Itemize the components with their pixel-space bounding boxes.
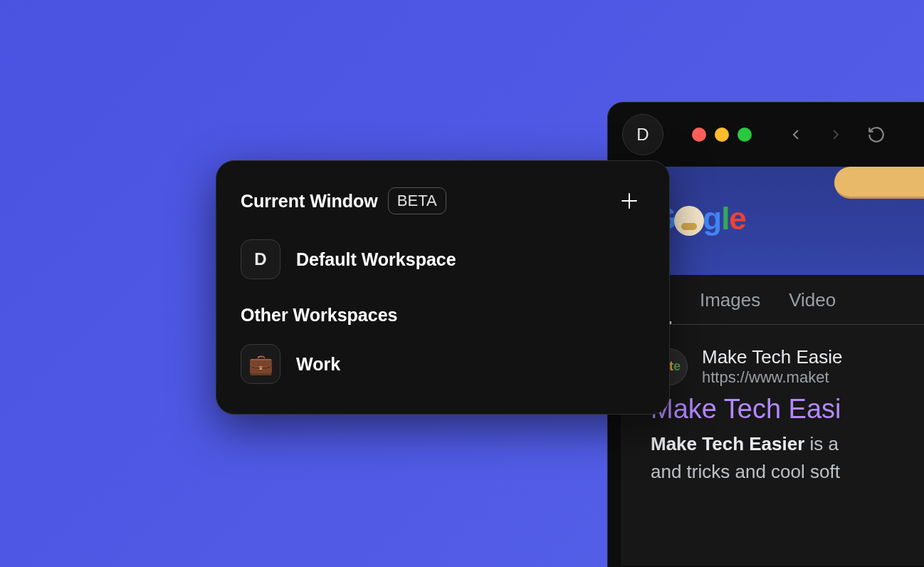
tab-videos[interactable]: Video [789, 289, 836, 324]
maximize-window-button[interactable] [737, 128, 752, 142]
workspace-icon-letter: D [254, 249, 266, 269]
doodle-bread [834, 167, 924, 199]
popup-header: Current Window BETA [241, 185, 645, 217]
workspace-badge-letter: D [636, 125, 649, 145]
tabs-divider [651, 324, 924, 325]
beta-badge: BETA [388, 187, 446, 214]
snippet-line2: and tricks and cool soft [651, 461, 840, 482]
workspace-label: Default Workspace [296, 249, 456, 270]
result-title-link[interactable]: Make Tech Easi [651, 394, 924, 425]
back-icon[interactable] [787, 125, 804, 144]
close-window-button[interactable] [692, 128, 706, 142]
add-workspace-button[interactable] [614, 185, 645, 217]
popup-title-row: Current Window BETA [241, 187, 446, 214]
traffic-lights [692, 128, 752, 142]
popup-title: Current Window [241, 191, 378, 212]
snippet-bold: Make Tech Easier [651, 433, 804, 454]
minimize-window-button[interactable] [715, 128, 729, 142]
snippet-rest-1: is a [804, 433, 839, 454]
other-workspaces-heading: Other Workspaces [241, 305, 645, 326]
workspace-item-work[interactable]: 💼 Work [241, 338, 645, 390]
workspace-badge[interactable]: D [622, 114, 663, 155]
workspace-label: Work [296, 354, 340, 375]
reload-icon[interactable] [867, 125, 886, 144]
result-snippet: Make Tech Easier is a and tricks and coo… [651, 430, 924, 486]
workspace-switcher-popup: Current Window BETA D Default Workspace … [216, 160, 670, 415]
tab-images[interactable]: Images [700, 289, 760, 324]
workspace-icon-box: D [241, 239, 280, 279]
workspace-item-default[interactable]: D Default Workspace [241, 234, 645, 285]
result-url: https://www.maket [702, 368, 843, 387]
forward-icon[interactable] [827, 125, 844, 144]
result-site-info: Make Tech Easie https://www.maket [702, 346, 843, 387]
result-site-name: Make Tech Easie [702, 346, 843, 368]
workspace-icon-box: 💼 [241, 344, 280, 384]
result-header: mte Make Tech Easie https://www.maket [651, 346, 924, 387]
browser-toolbar: D [608, 103, 924, 167]
briefcase-icon: 💼 [248, 353, 273, 376]
nav-icons [787, 125, 886, 144]
